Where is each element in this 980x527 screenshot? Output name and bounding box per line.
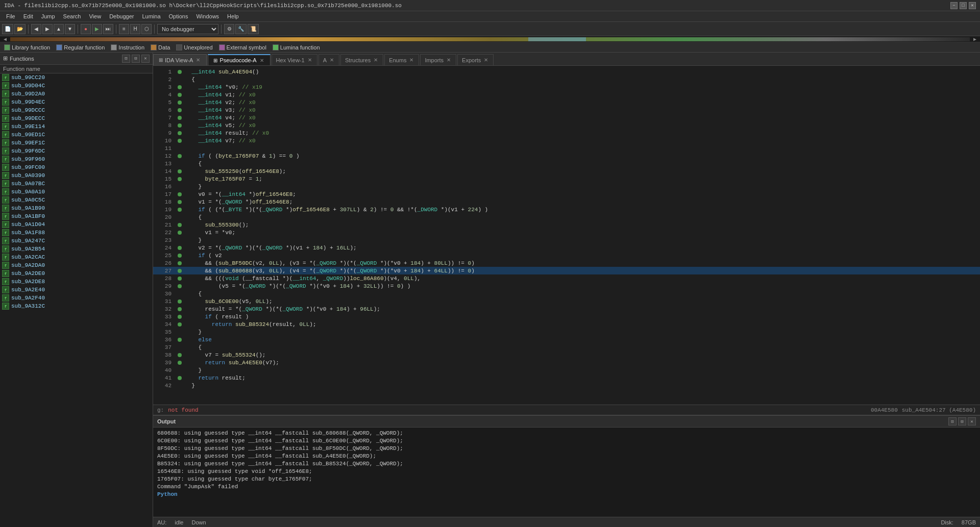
toolbar-open[interactable]: 📂	[14, 24, 26, 34]
functions-close-btn[interactable]: ✕	[141, 55, 150, 63]
function-item[interactable]: f sub_99E114	[0, 122, 153, 131]
code-line[interactable]: 7 __int64 v4; // x0	[153, 114, 980, 121]
code-content[interactable]: 1 __int64 sub_A4E504()2 {3 __int64 *v0; …	[153, 66, 980, 405]
nav-right[interactable]: ▶	[972, 36, 978, 42]
function-item[interactable]: f sub_9A2CAC	[0, 253, 153, 261]
tab-exports[interactable]: Exports ✕	[457, 54, 494, 65]
code-line[interactable]: 35 }	[153, 328, 980, 336]
tab-hex-close[interactable]: ✕	[307, 57, 313, 63]
toolbar-settings[interactable]: ⚙	[224, 24, 234, 34]
code-line[interactable]: 33 if ( result )	[153, 313, 980, 320]
code-line[interactable]: 19 if ( (*(_BYTE *)(*(_QWORD *)off_16546…	[153, 206, 980, 213]
code-line[interactable]: 26 && (sub_BF50DC(v2, 0LL), (v3 = *(_QWO…	[153, 259, 980, 267]
function-item[interactable]: f sub_9A2E40	[0, 286, 153, 294]
functions-lock-btn[interactable]: ⊡	[122, 55, 130, 63]
toolbar-scripts[interactable]: 📜	[248, 24, 259, 34]
code-line[interactable]: 12 if ( (byte_1765F07 & 1) == 0 )	[153, 152, 980, 160]
code-line[interactable]: 25 if ( v2	[153, 252, 980, 259]
code-line[interactable]: 21 sub_555300();	[153, 221, 980, 229]
menu-view[interactable]: View	[85, 12, 105, 20]
menu-jump[interactable]: Jump	[37, 12, 59, 20]
code-line[interactable]: 27 && (sub_680688(v3, 0LL), (v4 = *(_QWO…	[153, 267, 980, 274]
tab-text[interactable]: A ✕	[318, 54, 339, 65]
code-line[interactable]: 9 __int64 result; // x0	[153, 129, 980, 137]
tab-structures[interactable]: Structures ✕	[340, 54, 383, 65]
functions-list[interactable]: f sub_99CC20 f sub_99D04C f sub_99D2A0 f…	[0, 73, 153, 527]
function-item[interactable]: f sub_99D4EC	[0, 98, 153, 106]
toolbar-down[interactable]: ▼	[65, 24, 75, 34]
close-button[interactable]: ✕	[969, 2, 976, 9]
code-line[interactable]: 22 v1 = *v0;	[153, 229, 980, 236]
toolbar-stop[interactable]: ●	[81, 24, 91, 34]
code-line[interactable]: 39 return sub_A4E5E0(v7);	[153, 359, 980, 366]
toolbar-play[interactable]: ▶	[92, 24, 102, 34]
tab-structures-close[interactable]: ✕	[373, 57, 379, 63]
function-item[interactable]: f sub_9A1B90	[0, 204, 153, 212]
function-item[interactable]: f sub_9A0390	[0, 171, 153, 180]
code-line[interactable]: 24 v2 = *(_QWORD *)(*(_QWORD *)(v1 + 184…	[153, 244, 980, 252]
function-item[interactable]: f sub_9A1D04	[0, 220, 153, 229]
tab-ida-view-close[interactable]: ✕	[195, 57, 201, 63]
function-item[interactable]: f sub_9A1BF0	[0, 212, 153, 220]
code-line[interactable]: 8 __int64 v5; // x0	[153, 121, 980, 129]
tab-pseudocode[interactable]: ⊞ Pseudocode-A ✕	[208, 54, 270, 65]
tab-enums[interactable]: Enums ✕	[384, 54, 419, 65]
menu-debugger[interactable]: Debugger	[105, 12, 138, 20]
code-line[interactable]: 5 __int64 v2; // x0	[153, 98, 980, 106]
code-line[interactable]: 36 else	[153, 336, 980, 343]
code-line[interactable]: 3 __int64 *v0; // x19	[153, 83, 980, 91]
code-line[interactable]: 16 }	[153, 183, 980, 190]
minimize-button[interactable]: −	[950, 2, 958, 9]
overview-bar[interactable]	[10, 37, 970, 41]
code-line[interactable]: 18 v1 = *(_QWORD *)off_16546E8;	[153, 198, 980, 206]
tab-text-close[interactable]: ✕	[329, 57, 335, 63]
maximize-button[interactable]: □	[960, 2, 967, 9]
toolbar-forward[interactable]: ▶	[42, 24, 53, 34]
code-line[interactable]: 17 v0 = *(__int64 *)off_16546E8;	[153, 190, 980, 198]
toolbar-asm[interactable]: ≡	[119, 24, 129, 34]
function-item[interactable]: f sub_99EF1C	[0, 139, 153, 147]
toolbar-up[interactable]: ▲	[54, 24, 64, 34]
function-item[interactable]: f sub_9A0A10	[0, 188, 153, 196]
code-line[interactable]: 15 byte_1765F07 = 1;	[153, 175, 980, 183]
debugger-select[interactable]: No debugger	[157, 24, 218, 34]
code-line[interactable]: 42 }	[153, 382, 980, 389]
menu-help[interactable]: Help	[223, 12, 243, 20]
code-line[interactable]: 2 {	[153, 76, 980, 83]
tab-hex-view[interactable]: Hex View-1 ✕	[272, 54, 317, 65]
functions-float-btn[interactable]: ⊟	[132, 55, 140, 63]
output-float-btn[interactable]: ⊟	[958, 417, 966, 425]
tab-imports-close[interactable]: ✕	[446, 57, 452, 63]
code-line[interactable]: 29 (v5 = *(_QWORD *)(*(_QWORD *)(*v0 + 1…	[153, 282, 980, 290]
function-item[interactable]: f sub_9A2DE0	[0, 269, 153, 278]
tab-pseudocode-close[interactable]: ✕	[259, 57, 265, 63]
function-item[interactable]: f sub_9A2DE8	[0, 278, 153, 286]
toolbar-patch[interactable]: 🔧	[235, 24, 247, 34]
code-line[interactable]: 40 }	[153, 366, 980, 374]
code-line[interactable]: 4 __int64 v1; // x0	[153, 91, 980, 98]
function-item[interactable]: f sub_99F6DC	[0, 147, 153, 155]
code-line[interactable]: 28 && (((void (__fastcall *)(__int64, _Q…	[153, 274, 980, 282]
code-line[interactable]: 30 {	[153, 290, 980, 297]
function-item[interactable]: f sub_9A2DA0	[0, 261, 153, 269]
output-close-btn[interactable]: ✕	[968, 417, 976, 425]
function-item[interactable]: f sub_99F960	[0, 155, 153, 163]
menu-search[interactable]: Search	[59, 12, 85, 20]
function-item[interactable]: f sub_99CC20	[0, 73, 153, 82]
function-item[interactable]: f sub_99FC00	[0, 163, 153, 171]
code-line[interactable]: 37 {	[153, 343, 980, 351]
tab-ida-view[interactable]: ⊞ IDA View-A ✕	[153, 54, 207, 65]
code-line[interactable]: 11	[153, 144, 980, 152]
menu-windows[interactable]: Windows	[192, 12, 223, 20]
code-line[interactable]: 10 __int64 v7; // x0	[153, 137, 980, 144]
menu-edit[interactable]: Edit	[19, 12, 37, 20]
function-item[interactable]: f sub_9A312C	[0, 302, 153, 310]
toolbar-step[interactable]: ⏭	[103, 24, 113, 34]
tab-exports-close[interactable]: ✕	[483, 57, 489, 63]
menu-lumina[interactable]: Lumina	[138, 12, 164, 20]
code-line[interactable]: 14 sub_555250(off_16546E8);	[153, 167, 980, 175]
toolbar-back[interactable]: ◀	[31, 24, 41, 34]
code-line[interactable]: 23 }	[153, 236, 980, 244]
menu-file[interactable]: File	[2, 12, 19, 20]
function-item[interactable]: f sub_99D2A0	[0, 90, 153, 98]
